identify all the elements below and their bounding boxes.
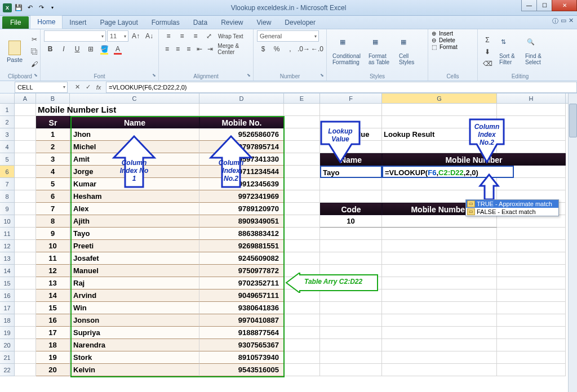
cell[interactable]: Name (320, 153, 382, 166)
cell[interactable]: Preeti (70, 240, 199, 252)
cell[interactable] (320, 240, 382, 252)
paste-button[interactable]: Paste (3, 38, 26, 65)
formula-tooltip[interactable]: ▭TRUE - Approximate match ▭FALSE - Exact… (465, 199, 559, 216)
cell[interactable] (15, 190, 36, 203)
row-header[interactable]: 16 (0, 289, 15, 302)
fill-icon[interactable]: ⬇ (481, 46, 494, 57)
cell[interactable]: Arvind (70, 289, 199, 302)
cell[interactable] (497, 277, 566, 289)
cell[interactable] (284, 190, 320, 203)
cell[interactable] (382, 364, 497, 376)
cell[interactable]: Lookup Value (320, 128, 382, 141)
cell[interactable]: 9702352711 (199, 277, 284, 289)
cell[interactable] (284, 289, 320, 302)
tab-review[interactable]: Review (214, 16, 250, 29)
col-header-c[interactable]: C (70, 93, 199, 103)
cell[interactable]: 9750977872 (199, 265, 284, 277)
cell[interactable] (284, 327, 320, 339)
row-header[interactable]: 1 (0, 104, 15, 116)
cell[interactable]: 9972341969 (199, 190, 284, 203)
cell[interactable] (382, 141, 497, 153)
orientation-icon[interactable]: ⤢ (203, 30, 215, 42)
name-box[interactable]: CELL (15, 82, 68, 93)
cell[interactable] (320, 302, 382, 314)
row-header[interactable]: 15 (0, 277, 15, 289)
border-icon[interactable]: ⊞ (85, 43, 97, 55)
cell[interactable] (320, 116, 382, 128)
cell[interactable]: 10 (36, 240, 70, 252)
cell[interactable] (497, 141, 566, 153)
cell[interactable] (497, 228, 566, 240)
sort-filter-button[interactable]: ⇅Sort & Filter (496, 36, 520, 68)
cell[interactable]: Raj (70, 277, 199, 289)
cell[interactable]: Stork (70, 351, 199, 364)
cell[interactable] (382, 228, 497, 240)
close-button[interactable]: ✕ (552, 0, 577, 11)
cell[interactable] (320, 277, 382, 289)
save-icon[interactable]: 💾 (14, 3, 24, 13)
row-header[interactable]: 6 (0, 166, 15, 178)
find-select-button[interactable]: 🔍Find & Select (522, 36, 545, 68)
alignment-launcher-icon[interactable]: ⬊ (245, 73, 252, 79)
row-header[interactable]: 7 (0, 178, 15, 190)
cell[interactable]: Jorge (70, 166, 199, 178)
cell[interactable]: 4 (36, 166, 70, 178)
tooltip-option-true[interactable]: ▭TRUE - Approximate match (466, 200, 558, 208)
cell[interactable] (382, 302, 497, 314)
cell[interactable] (15, 339, 36, 351)
fill-color-icon[interactable]: 🪣 (98, 43, 110, 55)
insert-cell-icon[interactable]: ⊕ (432, 30, 436, 37)
col-header-f[interactable]: F (320, 93, 382, 103)
cell[interactable]: 9797895714 (199, 141, 284, 153)
cell[interactable] (284, 277, 320, 289)
cell[interactable] (284, 228, 320, 240)
cell[interactable]: 16 (36, 314, 70, 327)
cell[interactable] (15, 351, 36, 364)
italic-button[interactable]: I (57, 43, 70, 55)
row-header[interactable]: 8 (0, 190, 15, 203)
enter-formula-icon[interactable]: ✓ (83, 82, 93, 92)
row-header[interactable]: 18 (0, 314, 15, 327)
cell[interactable] (15, 178, 36, 190)
cell[interactable] (382, 240, 497, 252)
autosum-icon[interactable]: Σ (481, 34, 494, 46)
number-launcher-icon[interactable]: ⬊ (318, 73, 325, 79)
cell[interactable]: Hesham (70, 190, 199, 203)
cell[interactable]: 9543516005 (199, 364, 284, 376)
cell[interactable]: 9597341330 (199, 153, 284, 166)
cell[interactable]: 2 (36, 141, 70, 153)
row-header[interactable]: 14 (0, 265, 15, 277)
cell[interactable] (15, 327, 36, 339)
cell[interactable] (382, 116, 497, 128)
cell[interactable]: 19 (36, 351, 70, 364)
cell[interactable]: 6 (36, 190, 70, 203)
cell[interactable]: 9307565367 (199, 339, 284, 351)
cell[interactable] (497, 116, 566, 128)
align-right-icon[interactable]: ≡ (184, 43, 193, 55)
tab-view[interactable]: View (250, 16, 278, 29)
cell[interactable] (320, 178, 382, 190)
align-top-icon[interactable]: ≡ (162, 30, 175, 42)
cell[interactable] (15, 215, 36, 228)
row-header[interactable]: 22 (0, 364, 15, 376)
cell[interactable] (320, 339, 382, 351)
clear-icon[interactable]: ⌫ (481, 58, 494, 69)
cell[interactable]: Amit (70, 153, 199, 166)
cell[interactable]: Josafet (70, 252, 199, 265)
cell[interactable]: Jhon (70, 128, 199, 141)
cell[interactable] (284, 153, 320, 166)
tab-insert[interactable]: Insert (63, 16, 93, 29)
number-format-combo[interactable]: General (257, 30, 319, 42)
cell-styles-button[interactable]: ▦Cell Styles (396, 36, 419, 68)
cell[interactable] (284, 116, 320, 128)
cell[interactable] (497, 240, 566, 252)
font-size-combo[interactable]: 11 (107, 30, 128, 42)
row-header[interactable]: 10 (0, 215, 15, 228)
font-family-combo[interactable] (44, 30, 106, 42)
cell[interactable] (320, 228, 382, 240)
cell[interactable]: 9269881551 (199, 240, 284, 252)
cell[interactable] (284, 141, 320, 153)
cell[interactable] (320, 190, 382, 203)
decrease-decimal-icon[interactable]: ←.0 (311, 43, 323, 55)
cell[interactable] (320, 314, 382, 327)
